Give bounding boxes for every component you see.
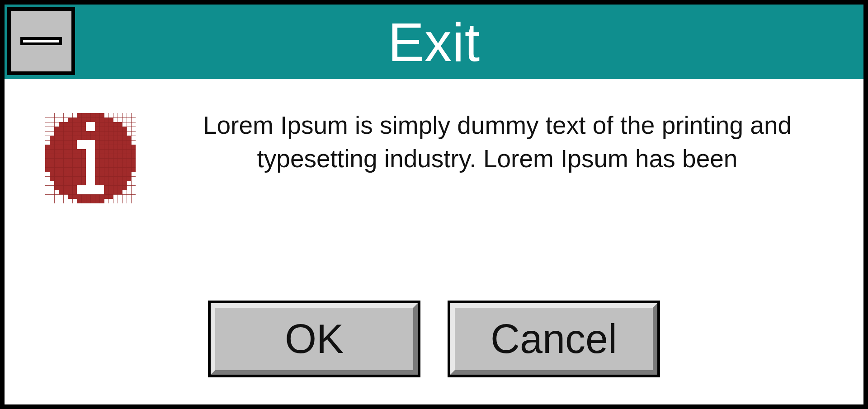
ok-button[interactable]: OK — [208, 301, 420, 377]
system-menu-button[interactable] — [7, 7, 75, 75]
info-icon — [41, 108, 140, 208]
cancel-button[interactable]: Cancel — [448, 301, 660, 377]
titlebar: Exit — [5, 5, 863, 79]
svg-rect-59 — [86, 149, 95, 185]
exit-dialog: Exit — [0, 0, 868, 409]
svg-rect-60 — [77, 185, 104, 194]
message-row: Lorem Ipsum is simply dummy text of the … — [23, 102, 845, 301]
ok-button-label: OK — [285, 316, 344, 362]
window-title: Exit — [5, 11, 863, 73]
dialog-body: Lorem Ipsum is simply dummy text of the … — [5, 79, 863, 404]
minimize-icon — [20, 37, 62, 45]
button-row: OK Cancel — [23, 301, 845, 377]
svg-rect-57 — [86, 122, 95, 131]
svg-rect-58 — [77, 140, 95, 149]
cancel-button-label: Cancel — [491, 316, 617, 362]
message-text: Lorem Ipsum is simply dummy text of the … — [167, 108, 827, 176]
